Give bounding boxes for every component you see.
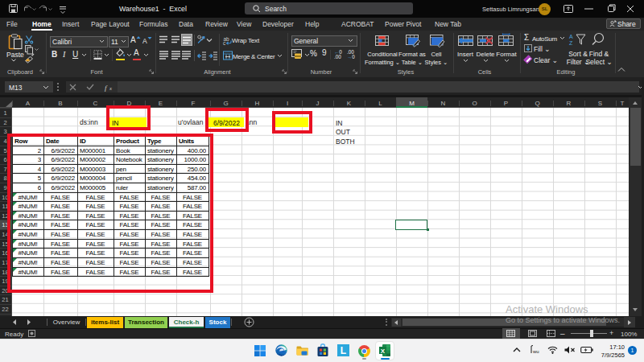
svg-text:f: f [105, 84, 108, 92]
svg-text:Z: Z [569, 40, 573, 46]
svg-text:A: A [569, 34, 573, 39]
svg-text:x: x [109, 85, 112, 91]
svg-text:X: X [381, 348, 386, 355]
svg-text:wu: wu [532, 349, 539, 354]
